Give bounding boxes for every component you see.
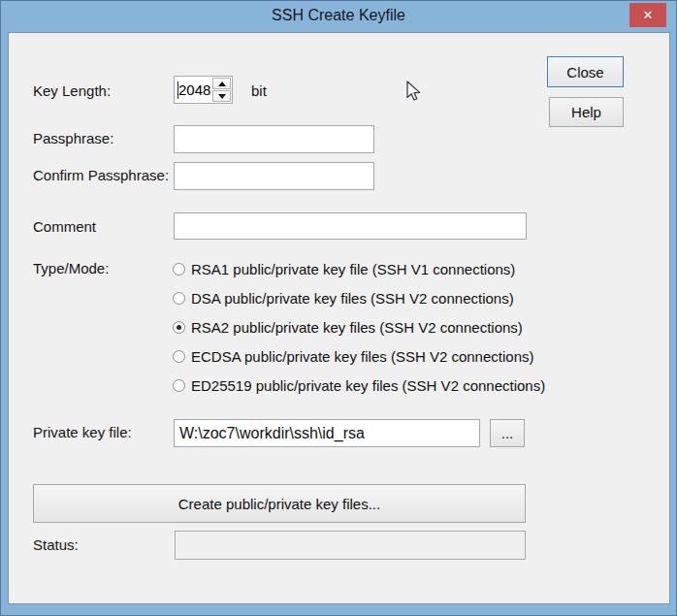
help-button[interactable]: Help [549,97,624,127]
comment-label: Comment [33,217,96,237]
radio-option-label: ED25519 public/private key files (SSH V2… [191,377,545,394]
radio-option-label: RSA1 public/private key file (SSH V1 con… [191,261,515,277]
ssh-create-keyfile-dialog: SSH Create Keyfile ✕ Key Length: bit Pas… [0,0,677,616]
close-icon: ✕ [643,8,654,22]
radio-option-4[interactable]: ECDSA public/private key files (SSH V2 c… [173,346,534,366]
radio-dot [177,325,181,330]
spinner-up-icon [218,81,226,86]
radio-dot [177,383,181,388]
radio-option-2[interactable]: DSA public/private key files (SSH V2 con… [173,288,514,308]
status-field [175,531,526,560]
radio-icon[interactable] [173,263,185,276]
spinner-down-icon [218,94,226,99]
radio-option-1[interactable]: RSA1 public/private key file (SSH V1 con… [173,259,515,278]
spinner-down-button[interactable] [212,90,231,102]
titlebar[interactable]: SSH Create Keyfile ✕ [1,1,676,33]
text-cursor [177,81,178,99]
create-keyfiles-button-label: Create public/private key files... [178,496,380,512]
spinner-up-button[interactable] [212,78,231,89]
radio-option-label: DSA public/private key files (SSH V2 con… [191,290,514,307]
private-key-file-label: Private key file: [33,423,132,442]
close-button-label: Close [566,64,603,81]
radio-dot [177,354,181,359]
mouse-cursor [406,81,422,102]
key-length-label: Key Length: [33,81,111,101]
status-label: Status: [33,535,79,555]
comment-input[interactable] [174,212,527,240]
radio-option-5[interactable]: ED25519 public/private key files (SSH V2… [173,375,545,395]
private-key-file-input[interactable] [174,419,480,447]
browse-button[interactable]: ... [490,419,525,447]
passphrase-label: Passphrase: [33,129,113,148]
browse-button-label: ... [501,425,514,441]
key-length-spinner[interactable] [174,76,233,104]
radio-icon[interactable] [173,321,185,334]
radio-option-3[interactable]: RSA2 public/private key files (SSH V2 co… [173,317,523,337]
radio-icon[interactable] [173,379,185,392]
radio-dot [177,296,181,301]
radio-option-label: RSA2 public/private key files (SSH V2 co… [191,319,523,336]
passphrase-input[interactable] [174,125,374,153]
radio-icon[interactable] [173,292,185,305]
create-keyfiles-button[interactable]: Create public/private key files... [33,484,526,523]
help-button-label: Help [571,104,601,120]
radio-dot [177,267,181,272]
type-mode-label: Type/Mode: [33,259,109,278]
radio-icon[interactable] [173,350,185,363]
radio-option-label: ECDSA public/private key files (SSH V2 c… [191,348,534,365]
key-length-input[interactable] [178,79,210,101]
confirm-passphrase-label: Confirm Passphrase: [33,166,169,185]
window-close-button[interactable]: ✕ [629,3,666,27]
close-button[interactable]: Close [547,56,624,87]
window-title: SSH Create Keyfile [1,7,676,24]
confirm-passphrase-input[interactable] [174,162,374,190]
key-length-unit-label: bit [251,81,267,101]
